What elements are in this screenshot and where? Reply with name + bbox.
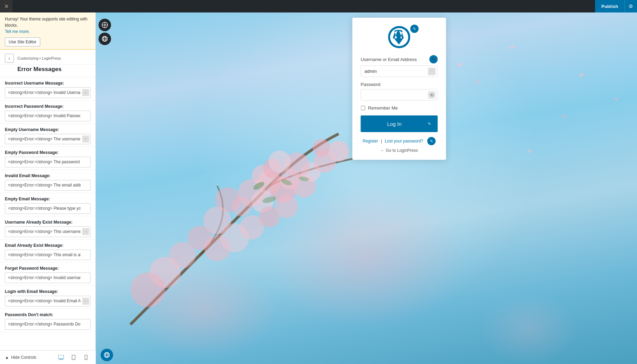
username-input-icon[interactable]: ⋯ (428, 68, 436, 75)
remember-label[interactable]: Remember Me (368, 105, 398, 111)
notification-text: Hurray! Your theme supports site editing… (5, 17, 87, 28)
tell-me-more-link[interactable]: Tell me more. (5, 29, 30, 34)
field-label-incorrect-password: Incorrect Password Message: (5, 104, 91, 109)
field-label-forget-password: Forget Password Message: (5, 266, 91, 271)
field-input-wrap-incorrect-password (5, 111, 91, 121)
preview-background: ✎ Username or Email Address ✎ ⋯ Password (96, 12, 637, 364)
field-label-passwords-match: Passwords Don't match: (5, 312, 91, 317)
svg-point-14 (104, 36, 106, 42)
login-button[interactable]: Log In ✎ (361, 115, 438, 132)
field-group-login-email: Login with Email Message:⋯ (0, 286, 95, 309)
username-edit-badge[interactable]: ✎ (430, 55, 438, 63)
svg-point-7 (86, 358, 86, 359)
settings-button[interactable]: ⚙ (625, 0, 637, 12)
pencil-icon-4: ✎ (430, 139, 433, 144)
field-group-empty-password: Empty Password Message: (0, 147, 95, 170)
pencil-icon: ✎ (413, 27, 416, 31)
field-edit-icon-login-email[interactable]: ⋯ (82, 298, 89, 305)
username-input[interactable] (361, 66, 438, 77)
hide-icon: ▲ (5, 355, 9, 360)
field-input-wrap-empty-email (5, 203, 91, 214)
logo-edit-badge[interactable]: ✎ (410, 25, 419, 33)
svg-point-13 (102, 36, 108, 42)
field-input-wrap-passwords-match (5, 319, 91, 330)
field-input-forget-password[interactable] (5, 272, 91, 283)
pencil-icon-3: ✎ (425, 122, 434, 126)
desktop-icon[interactable] (56, 353, 66, 362)
globe-icon-button[interactable] (99, 33, 111, 45)
field-edit-icon-empty-username[interactable]: ⋯ (82, 136, 89, 142)
register-link[interactable]: Register (363, 139, 378, 144)
back-icon: ‹ (9, 55, 10, 61)
field-input-wrap-empty-password (5, 157, 91, 167)
tablet-icon[interactable] (69, 353, 78, 362)
back-button[interactable]: ‹ (5, 54, 14, 63)
field-input-wrap-username-exists: ⋯ (5, 226, 91, 237)
bottom-bar: ▲ Hide Controls (0, 350, 96, 364)
mobile-icon[interactable] (81, 353, 91, 362)
pencil-icon-2: ✎ (432, 57, 435, 62)
remember-checkbox[interactable] (361, 106, 365, 110)
field-group-empty-username: Empty Username Message:⋯ (0, 124, 95, 147)
field-input-empty-email[interactable] (5, 203, 91, 214)
breadcrumb: Customizing • LoginPress (17, 56, 61, 60)
field-input-email-exists[interactable] (5, 250, 91, 260)
login-card: ✎ Username or Email Address ✎ ⋯ Password (353, 18, 446, 160)
field-input-invalid-email[interactable] (5, 180, 91, 191)
close-icon: ✕ (4, 3, 9, 10)
hide-controls-button[interactable]: ▲ Hide Controls (5, 355, 36, 360)
wp-logo-wrap: ✎ (361, 26, 438, 48)
login-links: Register | Lost your password? ✎ (361, 137, 438, 145)
field-input-login-email[interactable] (5, 296, 91, 306)
hide-controls-label: Hide Controls (11, 355, 36, 360)
username-input-wrap: ⋯ (361, 66, 438, 77)
password-input[interactable] (361, 89, 438, 101)
publish-button[interactable]: Publish (595, 0, 625, 12)
field-label-login-email: Login with Email Message: (5, 289, 91, 294)
preview-action-button[interactable] (101, 349, 113, 361)
field-input-empty-username[interactable] (5, 134, 91, 145)
customize-icon-button[interactable] (99, 19, 111, 31)
field-edit-icon-incorrect-username[interactable]: ⋯ (82, 89, 89, 96)
field-input-wrap-empty-username: ⋯ (5, 134, 91, 145)
field-input-wrap-invalid-email (5, 180, 91, 191)
svg-point-57 (106, 353, 108, 358)
use-site-editor-button[interactable]: Use Site Editor (5, 37, 40, 46)
svg-point-55 (431, 94, 433, 96)
field-input-passwords-match[interactable] (5, 319, 91, 330)
field-label-username-exists: Username Already Exist Message: (5, 220, 91, 225)
field-input-empty-password[interactable] (5, 157, 91, 167)
field-label-invalid-email: Invalid Email Message: (5, 173, 91, 178)
links-edit-badge[interactable]: ✎ (427, 137, 436, 145)
customizer-sidebar: Hurray! Your theme supports site editing… (0, 12, 96, 350)
top-bar: ✕ Publish ⚙ (0, 0, 637, 12)
svg-point-5 (73, 358, 74, 359)
close-button[interactable]: ✕ (0, 0, 12, 12)
go-loginpress-link[interactable]: ← Go to LoginPress (380, 148, 418, 153)
wp-logo (388, 26, 410, 48)
field-input-wrap-forget-password (5, 272, 91, 283)
field-edit-icon-username-exists[interactable]: ⋯ (82, 228, 89, 235)
field-group-incorrect-username: Incorrect Username Message:⋯ (0, 77, 95, 101)
password-label: Password (361, 82, 381, 87)
field-group-passwords-match: Passwords Don't match: (0, 309, 95, 332)
field-input-incorrect-password[interactable] (5, 111, 91, 121)
field-input-incorrect-username[interactable] (5, 87, 91, 98)
field-label-empty-email: Empty Email Message: (5, 197, 91, 201)
username-label: Username or Email Address (361, 57, 417, 62)
field-input-wrap-email-exists (5, 250, 91, 260)
login-btn-label: Log In (364, 121, 425, 127)
device-icons (56, 353, 91, 362)
go-loginpress: ← Go to LoginPress (361, 148, 438, 153)
field-input-username-exists[interactable] (5, 226, 91, 237)
password-input-wrap (361, 89, 438, 101)
password-visibility-icon[interactable] (428, 91, 436, 99)
field-label-empty-username: Empty Username Message: (5, 127, 91, 132)
login-btn-edit-badge[interactable]: ✎ (425, 119, 434, 129)
field-group-forget-password: Forget Password Message: (0, 262, 95, 286)
username-label-row: Username or Email Address ✎ (361, 55, 438, 63)
field-group-username-exists: Username Already Exist Message:⋯ (0, 216, 95, 240)
field-input-wrap-login-email: ⋯ (5, 296, 91, 306)
field-label-email-exists: Email Already Exist Message: (5, 243, 91, 248)
lost-password-link[interactable]: Lost your password? (385, 139, 423, 144)
